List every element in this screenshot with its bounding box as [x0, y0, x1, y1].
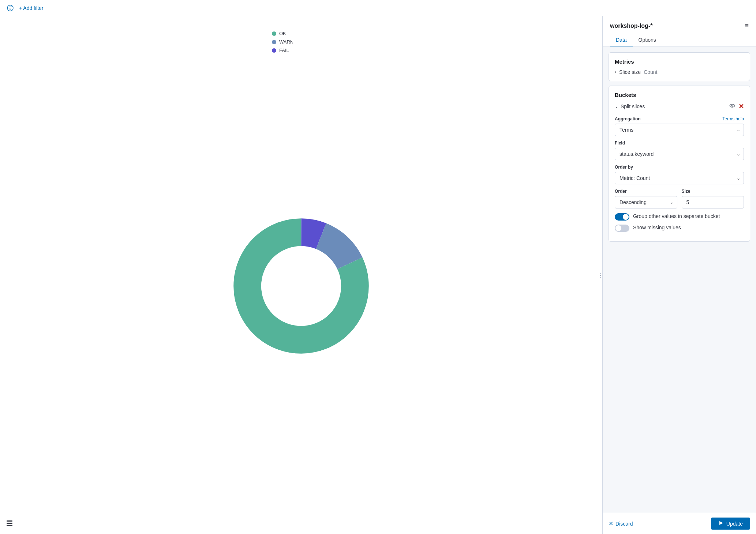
metrics-section: Metrics › Slice size Count: [609, 52, 750, 81]
add-filter-button[interactable]: + Add filter: [19, 5, 44, 11]
split-slices-icons: ✕: [729, 102, 744, 110]
legend-dot-warn: [272, 40, 276, 44]
group-toggle-row: Group other values in separate bucket: [615, 213, 744, 221]
panel-title: workshop-log-*: [610, 23, 652, 29]
table-view-icon[interactable]: [6, 520, 13, 528]
group-toggle[interactable]: [615, 213, 629, 221]
order-size-row: Order Descending Ascending ⌄ Size: [615, 189, 744, 208]
svg-marker-9: [719, 521, 723, 525]
aggregation-field: Aggregation Terms help Terms Date Histog…: [615, 116, 744, 136]
missing-toggle-slider: [615, 225, 629, 232]
chevron-right-icon: ›: [615, 69, 616, 75]
chart-area: OK WARN FAIL: [0, 16, 602, 534]
order-field: Order Descending Ascending ⌄: [615, 189, 677, 208]
field-select[interactable]: status.keyword level: [615, 148, 744, 160]
aggregation-label-row: Aggregation Terms help: [615, 116, 744, 121]
svg-point-8: [731, 105, 733, 106]
order-select[interactable]: Descending Ascending: [615, 196, 677, 208]
donut-chart: [224, 209, 378, 363]
legend-label-ok: OK: [279, 31, 286, 36]
order-select-wrapper: Descending Ascending ⌄: [615, 196, 677, 208]
order-by-label-row: Order by: [615, 165, 744, 170]
main-layout: OK WARN FAIL: [0, 16, 756, 534]
chevron-down-icon: ⌄: [615, 104, 618, 109]
order-by-label: Order by: [615, 165, 633, 170]
legend-label-fail: FAIL: [279, 48, 289, 53]
size-label-row: Size: [682, 189, 744, 194]
terms-help-link[interactable]: Terms help: [722, 116, 744, 121]
donut-svg: [224, 209, 378, 363]
split-slices-label: Split slices: [621, 104, 645, 109]
legend: OK WARN FAIL: [272, 31, 293, 53]
svg-point-7: [730, 104, 735, 107]
legend-item-warn: WARN: [272, 39, 293, 45]
size-field: Size: [682, 189, 744, 208]
order-by-select-wrapper: Metric: Count Custom metric Alphabetical…: [615, 172, 744, 184]
metrics-row: › Slice size Count: [615, 69, 744, 75]
buckets-section: Buckets ⌄ Split slices ✕: [609, 86, 750, 242]
top-bar: + Add filter: [0, 0, 756, 16]
group-toggle-label: Group other values in separate bucket: [633, 213, 720, 220]
discard-button[interactable]: ✕ Discard: [609, 520, 633, 527]
aggregation-select[interactable]: Terms Date Histogram Filters Range: [615, 124, 744, 136]
panel-header: workshop-log-* ≡ Data Options: [603, 16, 756, 46]
field-select-wrapper: status.keyword level ⌄: [615, 148, 744, 160]
eye-icon[interactable]: [729, 102, 736, 110]
aggregation-select-wrapper: Terms Date Histogram Filters Range ⌄: [615, 124, 744, 136]
panel-title-row: workshop-log-* ≡: [610, 22, 749, 30]
size-input[interactable]: [682, 196, 744, 208]
legend-item-ok: OK: [272, 31, 293, 36]
order-by-select[interactable]: Metric: Count Custom metric Alphabetical: [615, 172, 744, 184]
filter-icon[interactable]: [6, 4, 15, 12]
resize-handle[interactable]: ⋮: [598, 268, 602, 282]
missing-toggle-row: Show missing values: [615, 224, 744, 232]
svg-rect-6: [7, 525, 12, 526]
tab-options[interactable]: Options: [633, 34, 662, 46]
donut-hole: [263, 248, 340, 324]
missing-toggle[interactable]: [615, 225, 629, 232]
play-icon: [718, 520, 723, 527]
field-label: Field: [615, 140, 625, 146]
group-toggle-slider: [615, 213, 629, 221]
field-label-row: Field: [615, 140, 744, 146]
buckets-title: Buckets: [615, 92, 744, 98]
remove-icon[interactable]: ✕: [738, 102, 744, 110]
panel-footer: ✕ Discard Update: [603, 513, 756, 534]
discard-x-icon: ✕: [609, 520, 613, 527]
legend-item-fail: FAIL: [272, 48, 293, 53]
legend-label-warn: WARN: [279, 39, 293, 45]
svg-rect-5: [7, 523, 12, 524]
aggregation-label: Aggregation: [615, 116, 641, 121]
missing-toggle-label: Show missing values: [633, 224, 681, 232]
legend-dot-fail: [272, 48, 276, 53]
panel-content: Metrics › Slice size Count Buckets ⌄ Spl…: [603, 46, 756, 248]
field-field: Field status.keyword level ⌄: [615, 140, 744, 160]
right-panel: workshop-log-* ≡ Data Options Metrics › …: [602, 16, 756, 534]
tab-data[interactable]: Data: [610, 34, 633, 46]
svg-rect-4: [7, 520, 12, 522]
split-slices-left: ⌄ Split slices: [615, 104, 645, 109]
panel-menu-icon[interactable]: ≡: [745, 22, 749, 30]
slice-count-value: Count: [644, 69, 657, 75]
slice-size-label: Slice size: [619, 69, 641, 75]
metrics-title: Metrics: [615, 59, 744, 65]
panel-tabs: Data Options: [610, 34, 749, 46]
order-label: Order: [615, 189, 627, 194]
legend-dot-ok: [272, 31, 276, 36]
split-slices-row: ⌄ Split slices ✕: [615, 102, 744, 110]
update-button[interactable]: Update: [711, 518, 750, 530]
order-by-field: Order by Metric: Count Custom metric Alp…: [615, 165, 744, 184]
order-label-row: Order: [615, 189, 677, 194]
size-label: Size: [682, 189, 690, 194]
